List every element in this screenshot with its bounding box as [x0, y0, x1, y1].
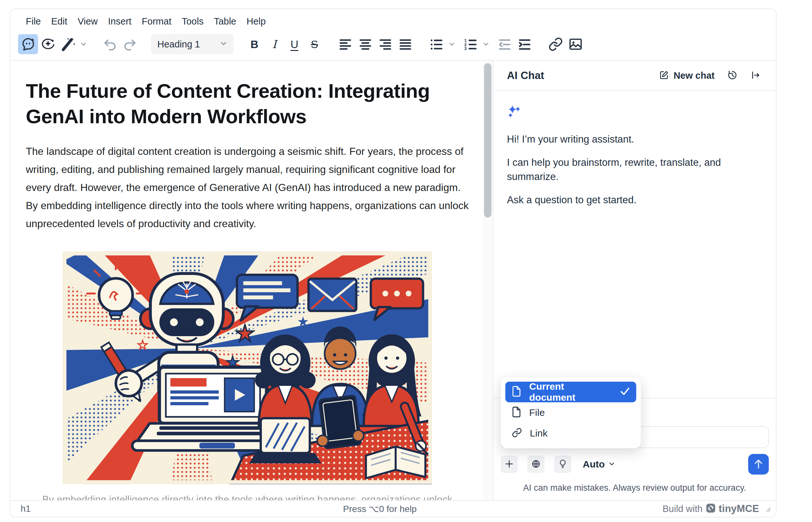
ai-tools-chevron-icon[interactable] [78, 34, 89, 54]
lightbulb-icon [558, 459, 568, 470]
new-chat-icon [659, 70, 669, 81]
menu-format[interactable]: Format [137, 14, 177, 29]
model-selector-value: Auto [583, 459, 605, 470]
help-hint: Press ⌥0 for help [127, 504, 633, 514]
numbered-list-button[interactable]: 1 2 3 [460, 34, 480, 54]
tinymce-logo-icon [706, 503, 715, 514]
document-icon [512, 386, 521, 398]
menu-item-file[interactable]: File [505, 402, 636, 423]
italic-glyph: I [272, 38, 276, 51]
model-selector[interactable]: Auto [583, 459, 616, 470]
align-justify-icon [398, 37, 413, 51]
align-justify-button[interactable] [395, 34, 415, 54]
bullet-list-chevron-icon[interactable] [446, 34, 457, 54]
globe-icon [531, 459, 541, 470]
main-area: The Future of Content Creation: Integrat… [10, 61, 776, 500]
menu-item-label: Current document [529, 381, 612, 403]
italic-button[interactable]: I [265, 34, 285, 54]
document-editor[interactable]: The Future of Content Creation: Integrat… [10, 61, 483, 500]
scrollbar-thumb[interactable] [484, 63, 492, 218]
menu-tools[interactable]: Tools [176, 14, 209, 29]
element-path: h1 [21, 504, 127, 514]
greeting-line: Ask a question to get started. [507, 193, 762, 207]
align-center-button[interactable] [355, 34, 375, 54]
menu-table[interactable]: Table [209, 14, 241, 29]
indent-button[interactable] [515, 34, 535, 54]
ai-chat-button[interactable] [18, 34, 38, 54]
image-button[interactable] [566, 34, 586, 54]
document-figure[interactable]: By embedding intelligence directly into … [16, 251, 479, 500]
format-select-value: Heading 1 [158, 39, 200, 50]
suggestions-button[interactable] [554, 456, 571, 473]
menu-item-link[interactable]: Link [505, 423, 636, 444]
magic-wand-icon [60, 37, 76, 52]
image-caption[interactable]: By embedding intelligence directly into … [35, 492, 460, 500]
link-button[interactable] [546, 34, 566, 54]
menu-file[interactable]: File [21, 14, 46, 29]
document-paragraph[interactable]: The landscape of digital content creatio… [16, 142, 479, 233]
link-icon [548, 37, 563, 52]
document-illustration[interactable] [63, 251, 432, 484]
menu-bar: File Edit View Insert Format Tools Table… [10, 9, 776, 30]
send-icon [752, 458, 765, 471]
numbered-list-icon: 1 2 3 [463, 37, 478, 51]
ai-shortcuts-button[interactable] [38, 34, 58, 54]
editor-scrollbar [483, 61, 493, 500]
align-right-button[interactable] [375, 34, 395, 54]
ai-chat-panel: AI Chat New chat [493, 61, 776, 500]
status-bar: h1 Press ⌥0 for help Build with tinyMCE [10, 500, 776, 517]
chat-header: AI Chat New chat [493, 61, 776, 91]
link-icon [512, 427, 522, 439]
tinymce-editor-window: File Edit View Insert Format Tools Table… [10, 8, 776, 518]
underline-button[interactable]: U [285, 34, 305, 54]
outdent-icon [498, 37, 512, 51]
chevron-down-icon [219, 39, 228, 49]
align-right-icon [378, 37, 393, 51]
format-select[interactable]: Heading 1 [151, 34, 233, 54]
send-button[interactable] [748, 454, 769, 475]
plus-icon [504, 459, 514, 470]
chat-title: AI Chat [507, 69, 544, 82]
close-sidebar-button[interactable] [746, 67, 765, 84]
toolbar: Heading 1 B I U S [10, 30, 776, 60]
branding-prefix: Build with [662, 504, 702, 514]
menu-edit[interactable]: Edit [46, 14, 72, 29]
strikethrough-button[interactable]: S [305, 34, 325, 54]
redo-icon [123, 37, 138, 52]
document-icon [512, 406, 521, 419]
bold-glyph: B [251, 38, 258, 51]
greeting-line: Hi! I’m your writing assistant. [507, 132, 762, 146]
menu-help[interactable]: Help [241, 14, 271, 29]
menu-view[interactable]: View [72, 14, 103, 29]
history-button[interactable] [723, 67, 742, 84]
menu-item-label: Link [530, 428, 630, 439]
ai-tools-button[interactable] [58, 34, 78, 54]
numbered-list-chevron-icon[interactable] [480, 34, 492, 54]
chat-actions: New chat [655, 67, 765, 84]
menu-insert[interactable]: Insert [103, 14, 137, 29]
image-icon [568, 37, 583, 52]
branding[interactable]: Build with tinyMCE [633, 503, 771, 515]
new-chat-button[interactable]: New chat [655, 67, 719, 84]
add-context-button[interactable] [500, 456, 518, 473]
align-left-icon [338, 37, 352, 51]
undo-button[interactable] [100, 34, 120, 54]
outdent-button[interactable] [495, 34, 515, 54]
ai-disclaimer: AI can make mistakes. Always review outp… [500, 483, 769, 493]
assistant-greeting: Hi! I’m your writing assistant. I can he… [507, 132, 762, 207]
web-search-button[interactable] [527, 456, 545, 473]
redo-button[interactable] [120, 34, 140, 54]
indent-icon [518, 37, 532, 51]
document-title[interactable]: The Future of Content Creation: Integrat… [16, 78, 479, 129]
align-left-button[interactable] [335, 34, 355, 54]
bullet-list-button[interactable] [426, 34, 446, 54]
menu-item-current-document[interactable]: Current document [505, 382, 636, 402]
chevron-down-icon [608, 460, 616, 469]
resize-handle-icon[interactable] [764, 505, 771, 513]
undo-icon [103, 37, 118, 52]
editor-header: File Edit View Insert Format Tools Table… [10, 9, 776, 61]
svg-text:3: 3 [464, 46, 466, 51]
context-dropdown-menu: Current document File [500, 377, 641, 448]
bold-button[interactable]: B [245, 34, 265, 54]
ai-chat-icon [20, 37, 36, 52]
